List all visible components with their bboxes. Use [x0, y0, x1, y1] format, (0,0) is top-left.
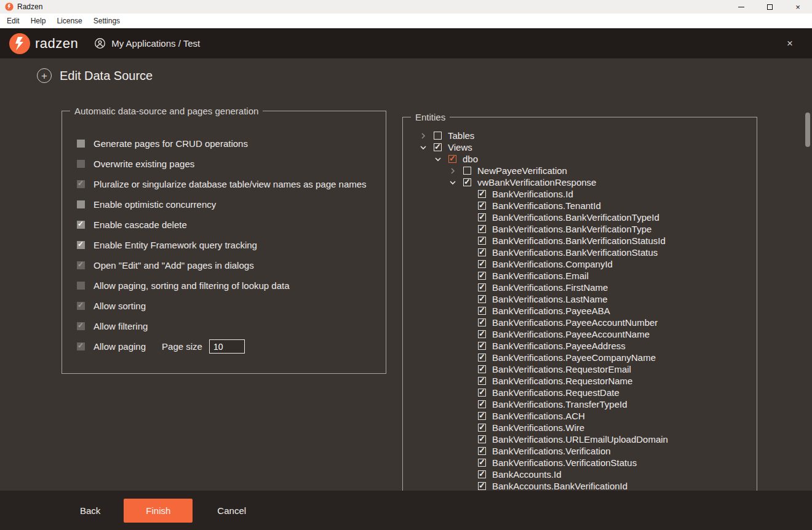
close-window-icon[interactable]: × [784, 0, 812, 14]
maximize-icon[interactable] [755, 0, 784, 14]
tree-label: BankVerifications.PayeeABA [492, 306, 610, 316]
tree-row: BankVerifications.Id [403, 188, 757, 200]
cancel-button[interactable]: Cancel [211, 500, 252, 521]
tree-checkbox[interactable] [463, 167, 471, 175]
tree-checkbox[interactable] [478, 237, 486, 245]
back-button[interactable]: Back [74, 500, 106, 521]
option-label: Generate pages for CRUD operations [94, 138, 248, 149]
tree-checkbox[interactable] [478, 470, 486, 478]
menu-edit[interactable]: Edit [1, 14, 25, 28]
option-checkbox[interactable] [77, 241, 85, 249]
option-label: Open "Edit" and "Add" pages in dialogs [94, 260, 254, 271]
tree-checkbox[interactable] [478, 482, 486, 490]
menu-help[interactable]: Help [25, 14, 52, 28]
tree-checkbox[interactable] [478, 330, 486, 338]
tree-checkbox[interactable] [478, 377, 486, 385]
option-checkbox[interactable] [77, 342, 85, 350]
breadcrumb[interactable]: My Applications / Test [111, 38, 200, 49]
tree-row: BankVerifications.RequestDate [403, 387, 757, 398]
chevron-icon[interactable] [435, 153, 448, 165]
tree-row: BankVerifications.ACH [403, 410, 757, 422]
tree-checkbox[interactable] [478, 342, 486, 350]
minimize-icon[interactable] [727, 0, 755, 14]
option-label: Allow filtering [94, 321, 148, 331]
tree-label: Tables [448, 130, 474, 141]
tree-checkbox[interactable] [478, 213, 486, 221]
finish-button[interactable]: Finish [124, 499, 193, 523]
tree-label: BankAccounts.BankVerificationId [492, 481, 627, 491]
tree-row: BankVerifications.PayeeAddress [403, 340, 757, 352]
tree-checkbox[interactable] [434, 143, 442, 151]
chevron-icon[interactable] [420, 141, 434, 153]
tree-checkbox[interactable] [478, 260, 486, 268]
tree-checkbox[interactable] [478, 272, 486, 280]
tree-checkbox[interactable] [478, 354, 486, 362]
option-checkbox[interactable] [77, 140, 85, 148]
option-checkbox[interactable] [77, 180, 85, 188]
option-checkbox[interactable] [77, 221, 85, 229]
radzen-app-icon [5, 2, 14, 11]
tree-checkbox[interactable] [478, 225, 486, 233]
chevron-icon[interactable] [420, 130, 434, 141]
tree-checkbox[interactable] [478, 190, 486, 198]
option-label: Enable cascade delete [94, 220, 187, 230]
menu-settings[interactable]: Settings [88, 14, 125, 28]
entities-legend: Entities [411, 112, 450, 122]
option-checkbox[interactable] [77, 282, 85, 290]
option-label: Enable optimistic concurrency [94, 199, 216, 210]
tree-checkbox[interactable] [448, 155, 456, 163]
tree-checkbox[interactable] [478, 365, 486, 373]
tree-checkbox[interactable] [434, 132, 442, 140]
option-checkbox[interactable] [77, 302, 85, 310]
tree-checkbox[interactable] [478, 283, 486, 291]
tree-checkbox[interactable] [463, 178, 471, 186]
tree-label: BankVerifications.PayeeCompanyName [492, 352, 656, 363]
main-scrollbar[interactable] [805, 60, 811, 491]
option-checkbox[interactable] [77, 200, 85, 208]
tree-label: BankVerifications.RequestorName [492, 376, 632, 386]
menu-license[interactable]: License [51, 14, 87, 28]
option-row: Enable optimistic concurrency [77, 194, 386, 215]
close-icon[interactable]: × [778, 38, 802, 50]
tree-label: BankVerifications.BankVerificationType [492, 224, 651, 234]
tree-label: BankVerifications.PayeeAccountNumber [492, 317, 658, 328]
option-row: Allow paging, sorting and filtering of l… [77, 275, 386, 296]
tree-row: BankVerifications.URLEmailUploadDomain [403, 433, 757, 445]
scrollbar-thumb[interactable] [805, 113, 810, 147]
option-label: Pluralize or singularize database table/… [94, 179, 367, 189]
tree-label: dbo [463, 154, 478, 164]
tree-label: BankVerifications.FirstName [492, 282, 608, 293]
tree-row: BankAccounts.BankVerificationId [403, 480, 757, 491]
page-size-input[interactable] [209, 339, 245, 354]
tree-checkbox[interactable] [478, 248, 486, 256]
tree-label: NewPayeeVerification [477, 165, 567, 176]
option-checkbox[interactable] [77, 261, 85, 269]
tree-checkbox[interactable] [478, 389, 486, 397]
option-checkbox[interactable] [77, 322, 85, 330]
tree-checkbox[interactable] [478, 459, 486, 467]
chevron-icon[interactable] [450, 176, 463, 188]
tree-label: BankVerifications.ACH [492, 411, 585, 421]
tree-label: BankVerifications.CompanyId [492, 259, 613, 269]
tree-checkbox[interactable] [478, 447, 486, 455]
option-label: Allow paging, sorting and filtering of l… [94, 280, 290, 291]
option-row: Allow sorting [77, 296, 386, 316]
tree-row: BankVerifications.TenantId [403, 200, 757, 212]
tree-row: BankVerifications.BankVerificationStatus… [403, 235, 757, 247]
tree-label: vwBankVerificationResponse [477, 177, 596, 188]
tree-checkbox[interactable] [478, 307, 486, 315]
tree-row: BankVerifications.RequestorName [403, 375, 757, 387]
tree-checkbox[interactable] [478, 424, 486, 432]
menubar: Edit Help License Settings [0, 14, 812, 28]
tree-row: Tables [403, 130, 757, 141]
tree-checkbox[interactable] [478, 202, 486, 210]
tree-checkbox[interactable] [478, 318, 486, 326]
option-label: Enable Entity Framework query tracking [94, 240, 257, 250]
tree-checkbox[interactable] [478, 412, 486, 420]
tree-checkbox[interactable] [478, 295, 486, 303]
tree-row: BankVerifications.FirstName [403, 282, 757, 293]
chevron-icon[interactable] [450, 165, 463, 176]
tree-checkbox[interactable] [478, 400, 486, 408]
option-checkbox[interactable] [77, 160, 85, 168]
tree-checkbox[interactable] [478, 435, 486, 443]
